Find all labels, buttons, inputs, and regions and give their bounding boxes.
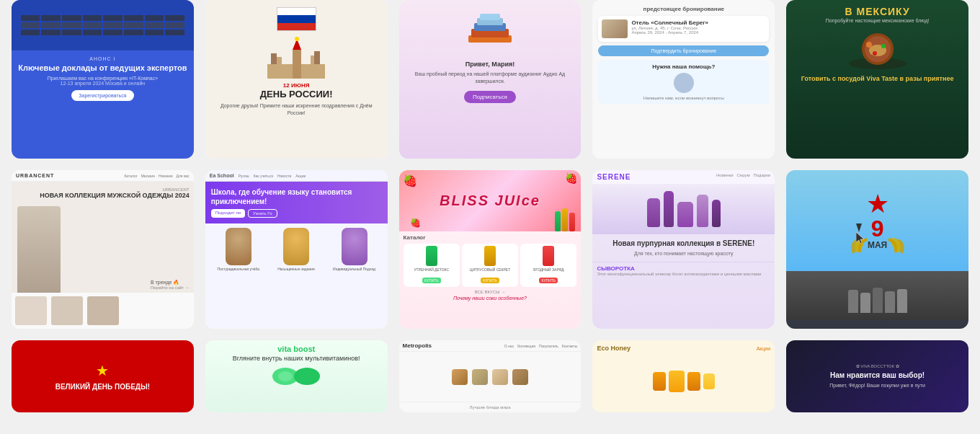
card-urban-fashion[interactable]: URBANCENT Каталог Магазин Новинки Для ва… (12, 170, 194, 329)
urban-logo: URBANCENT (16, 173, 54, 178)
skin-brand-tag: ✿ VIVA ВОССТТОК ✿ (856, 363, 899, 368)
bliss-product-2[interactable]: ЦИТРУСОВЫЙ СЕКРЕТ КУПИТЬ (462, 244, 518, 287)
russia-heading: ДЕНЬ РОССИИ! (260, 89, 333, 99)
card-grid-row3: ★ ВЕЛИКИЙ ДЕНЬ ПОБЕДЫ! vita boost Вгляни… (0, 340, 980, 424)
serene-serum-desc: Этот многофункциональный эликсир богат а… (597, 272, 770, 278)
school-btn-secondary[interactable]: Узнать Го (248, 209, 277, 218)
russia-flag (277, 7, 316, 31)
svg-point-22 (278, 371, 293, 381)
bliss-title: BLISS JUIce (440, 192, 540, 209)
serene-nav[interactable]: Серум (737, 173, 750, 181)
books-cta[interactable]: Подписаться (464, 91, 516, 103)
serene-nav[interactable]: Новинки (716, 173, 734, 181)
svg-rect-6 (271, 53, 277, 64)
school-nav[interactable]: Как учиться (254, 174, 273, 178)
it-conf-desc: Приглашаем вас на конференцию «IT-Компас… (17, 76, 188, 81)
vita-brand: vita boost (277, 345, 315, 353)
school-btn-primary[interactable]: Подходит ли (211, 209, 245, 218)
serene-nav[interactable]: Подарки (754, 173, 771, 181)
metro-nav[interactable]: Контакты (562, 344, 578, 348)
card-metropolis[interactable]: Metropolis О нас Коллекция Покупатель Ко… (399, 340, 582, 412)
svg-point-18 (881, 44, 886, 48)
school-nav[interactable]: Русяш (239, 174, 249, 178)
card-bliss-juice[interactable]: 🍓 🍓 🍓 BLISS JUIce Каталог УТРЕННИЙ ДЕТОК… (399, 170, 582, 329)
card-may9-victory[interactable]: ★ 9 МАЯ (786, 170, 968, 329)
eco-honey-brand: Eco Honey (597, 345, 631, 352)
card-grid-row2: URBANCENT Каталог Магазин Новинки Для ва… (0, 170, 980, 340)
product-btn[interactable]: КУПИТЬ (422, 278, 441, 283)
hotel-name: Отель «Солнечный Берег» (631, 19, 708, 26)
product-name: УТРЕННИЙ ДЕТОКС (406, 267, 458, 272)
it-conf-btn[interactable]: Зарегистрироваться (71, 90, 133, 101)
urban-nav-item[interactable]: Для вас (177, 174, 190, 178)
product-btn[interactable]: КУПИТЬ (481, 278, 499, 283)
serene-serum-label: СЫВОРОТКА (597, 265, 770, 272)
books-body: Ваш пробный период на нашей платформе ау… (405, 71, 576, 85)
serene-brand: SERENE (597, 173, 631, 181)
hotel-date: Апрель 29, 2024 - Апрель 7, 2024 (631, 30, 708, 35)
bliss-catalog-label: Каталог (404, 234, 577, 241)
card-hotel-booking[interactable]: предстоящее бронирование Отель «Солнечны… (592, 0, 775, 159)
metro-nav[interactable]: О нас (504, 344, 514, 348)
product-btn[interactable]: КУПИТЬ (539, 278, 558, 283)
card-serene-beauty[interactable]: SERENE Новинки Серум Подарки Новая пурпу… (592, 170, 775, 329)
course-label-2: Насыщенные задания (277, 267, 315, 271)
bliss-cta: Почему наши соки особенные? (404, 296, 577, 301)
card-grid-row1: АНОНС I Ключевые доклады от ведущих эксп… (0, 0, 980, 170)
russia-subtext: Дорогие друзья! Примите наши искренние п… (213, 102, 380, 117)
metro-nav[interactable]: Коллекция (517, 344, 535, 348)
product-name: ЯГОДНЫЙ ЗАРЯД (522, 267, 574, 272)
bliss-product-1[interactable]: УТРЕННИЙ ДЕТОКС КУПИТЬ (404, 244, 460, 287)
it-conf-title: Ключевые доклады от ведущих экспертов (17, 63, 188, 73)
card-it-conference[interactable]: АНОНС I Ключевые доклады от ведущих эксп… (12, 0, 194, 159)
urban-trend-label: В тренде 🔥 (151, 280, 190, 285)
mexico-title: В МЕКСИКУ (845, 6, 910, 17)
svg-point-21 (294, 368, 320, 385)
card-mexico-food[interactable]: В МЕКСИКУ Попробуйте настоящие мексиканс… (786, 0, 968, 159)
victory-text: ВЕЛИКИЙ ДЕНЬ ПОБЕДЫ! (55, 382, 150, 391)
mexico-product: Готовить с посудой Viva Taste в разы при… (801, 75, 954, 82)
svg-rect-12 (480, 14, 500, 20)
urban-collection: НОВАЯ КОЛЛЕКЦИЯ МУЖСКОЙ ОДЕЖДЫ 2024 (40, 192, 190, 200)
vita-capsule-illustration (271, 366, 321, 389)
card-eco-honey[interactable]: Eco Honey Акции (592, 340, 775, 412)
serene-collection-text: Новая пурпурная коллекция в SERENE! (597, 239, 770, 248)
svg-point-17 (866, 42, 872, 48)
urban-see-more[interactable]: Перейти на сайт → (151, 285, 190, 290)
russia-date: 12 ИЮНЯ (283, 82, 310, 89)
svg-point-19 (873, 51, 877, 56)
urban-nav-item[interactable]: Магазин (141, 174, 155, 178)
course-label-3: Индивидуальный Подход (333, 267, 375, 271)
card-language-school[interactable]: Ea School Русяш Как учиться Новости Акци… (205, 170, 388, 329)
it-conf-subdesc: 12-13 апреля 2024 Москва и онлайн (17, 81, 188, 86)
bliss-product-3[interactable]: ЯГОДНЫЙ ЗАРЯД КУПИТЬ (520, 244, 576, 287)
laurel-wreath (845, 232, 910, 264)
school-hero-title: Школа, где обучение языку становится при… (211, 187, 382, 206)
mexico-subtitle: Попробуйте настоящие мексиканские блюд! (826, 17, 930, 25)
hotel-heading: предстоящее бронирование (598, 6, 769, 12)
may9-star: ★ (866, 191, 889, 217)
kremlin-illustration (260, 35, 332, 82)
hotel-confirm-btn[interactable]: Подтвердить бронирование (598, 45, 769, 56)
hotel-card: Отель «Солнечный Берег» ул. Летняя, д. 4… (598, 16, 769, 42)
school-nav[interactable]: Новости (277, 174, 291, 178)
svg-rect-7 (314, 51, 320, 64)
metro-nav[interactable]: Покупатель (539, 344, 558, 348)
books-illustration (461, 10, 519, 56)
svg-rect-2 (293, 50, 301, 79)
svg-point-4 (295, 37, 299, 41)
card-russia-day[interactable]: 12 ИЮНЯ ДЕНЬ РОССИИ! Дорогие друзья! При… (205, 0, 388, 159)
victory-star: ★ (96, 362, 109, 379)
bliss-all-flavors[interactable]: ВСЕ ВКУСЫ → (404, 290, 577, 294)
card-vita-boost[interactable]: vita boost Вгляните внутрь наших мультив… (205, 340, 388, 412)
card-skin-choice[interactable]: ✿ VIVA ВОССТТОК ✿ Нам нравится ваш выбор… (786, 340, 968, 412)
urban-nav-item[interactable]: Новинки (159, 174, 173, 178)
card-books[interactable]: Привет, Мария! Ваш пробный период на наш… (399, 0, 582, 159)
skin-tagline: Нам нравится ваш выбор! (830, 371, 925, 380)
it-conf-tag: АНОНС I (17, 56, 188, 61)
urban-nav-item[interactable]: Каталог (124, 174, 137, 178)
school-nav[interactable]: Акции (295, 174, 306, 178)
eco-honey-nav[interactable]: Акции (757, 346, 771, 351)
card-victory-red[interactable]: ★ ВЕЛИКИЙ ДЕНЬ ПОБЕДЫ! (12, 340, 194, 412)
vita-heading: Вгляните внутрь наших мультивитаминов! (233, 355, 360, 363)
